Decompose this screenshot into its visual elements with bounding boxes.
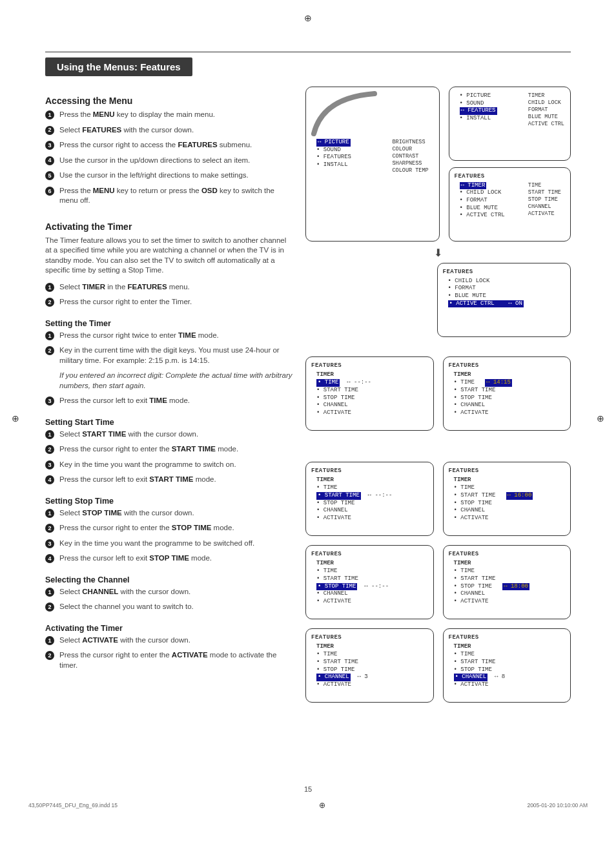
step-number-badge: 2 [45, 524, 54, 533]
step-number-badge: 5 [45, 171, 54, 180]
step-item: 1Select START TIME with the cursor down. [45, 429, 294, 440]
heading-activating-timer-2: Activating the Timer [45, 624, 294, 633]
screen-title: FEATURES [455, 173, 566, 181]
step-item: 3Key in the time you want the programme … [45, 539, 294, 549]
step-number-badge: 3 [45, 460, 54, 469]
page-number: 15 [304, 785, 312, 793]
step-item: 4Press the cursor left to exit START TIM… [45, 475, 294, 485]
step-number-badge: 1 [45, 636, 54, 645]
step-number-badge: 4 [45, 156, 54, 165]
step-item: 1Select TIMER in the FEATURES menu. [45, 282, 294, 293]
step-number-badge: 1 [45, 430, 54, 439]
step-item: 4Press the cursor left to exit STOP TIME… [45, 553, 294, 564]
steps-activating-2: 1Select ACTIVATE with the cursor down.2P… [45, 635, 294, 671]
screen-stop-time-value: FEATURESTIMERTIMESTART TIME• STOP TIME ↔… [443, 545, 571, 619]
screen-channel-8: FEATURESTIMERTIMESTART TIMESTOP TIME• CH… [443, 628, 571, 703]
step-item: 1Press the MENU key to display the main … [45, 110, 294, 120]
section-title-bar: Using the Menus: Features [45, 57, 192, 76]
step-number-badge: 2 [45, 651, 54, 660]
screen-time-input-blank: FEATURESTIMER• TIME ↔ --:--START TIMESTO… [305, 356, 434, 431]
intro-activating-timer: The Timer feature allows you to set the … [45, 236, 294, 276]
step-number-badge: 3 [45, 397, 54, 406]
header-rule [45, 52, 571, 52]
step-item: 3Key in the time you want the programme … [45, 460, 294, 470]
heading-activating-timer: Activating the Timer [45, 221, 294, 232]
step-item: 4Use the cursor in the up/down direction… [45, 156, 294, 166]
step-item: 2Select the channel you want to switch t… [45, 602, 294, 612]
step-item: 2Press the cursor right to enter the ACT… [45, 650, 294, 670]
down-arrow-icon: ⬇ [305, 247, 571, 259]
step-number-badge: 2 [45, 126, 54, 135]
heading-selecting-channel: Selecting the Channel [45, 575, 294, 584]
screen-features-top: PICTURESOUND↔ FEATURESINSTALLTIMERCHILD … [449, 87, 571, 161]
steps-setting-timer: 1Press the cursor right twice to enter T… [45, 331, 294, 406]
step-item: 2Select FEATURES with the cursor down. [45, 125, 294, 136]
step-number-badge: 6 [45, 187, 54, 196]
step-number-badge: 2 [45, 346, 54, 355]
screen-start-time-blank: FEATURESTIMERTIME• START TIME ↔ --:--STO… [305, 462, 434, 536]
curve-arrow-icon [310, 91, 381, 136]
footer-filename: 43,50PP7445_DFU_Eng_69.indd 15 [28, 802, 118, 809]
step-item: 2Press the cursor right to enter the Tim… [45, 297, 294, 307]
step-item: 2Key in the current time with the digit … [45, 345, 294, 366]
step-number-badge: 3 [45, 141, 54, 150]
screens-column: ↔ PICTURESOUNDFEATURESINSTALLBRIGHTNESSC… [305, 87, 571, 712]
step-item: 3Press the cursor right to access the FE… [45, 140, 294, 150]
screen-features-submenu: FEATURES ↔ TIMERCHILD LOCKFORMATBLUE MUT… [449, 167, 571, 242]
steps-selecting-channel: 1Select CHANNEL with the cursor down.2Se… [45, 587, 294, 612]
print-mark-icon: ⊕ [319, 801, 325, 810]
step-number-badge: 3 [45, 539, 54, 548]
step-number-badge: 2 [45, 603, 54, 612]
step-note: If you entered an incorrect digit: Compl… [45, 371, 294, 391]
heading-setting-start: Setting Start Time [45, 418, 294, 427]
step-number-badge: 1 [45, 331, 54, 340]
step-item: 1Select CHANNEL with the cursor down. [45, 587, 294, 597]
step-item: 2Press the cursor right to enter the STA… [45, 444, 294, 455]
steps-activating-intro: 1Select TIMER in the FEATURES menu.2Pres… [45, 282, 294, 307]
step-number-badge: 2 [45, 298, 54, 307]
footer-timestamp: 2005-01-20 10:10:00 AM [527, 802, 588, 809]
heading-setting-timer: Setting the Timer [45, 319, 294, 328]
page-footer: 43,50PP7445_DFU_Eng_69.indd 15 ⊕ 2005-01… [28, 801, 588, 810]
step-item: 1Select STOP TIME with the cursor down. [45, 508, 294, 519]
screen-stop-time-blank: FEATURESTIMERTIMESTART TIME• STOP TIME ↔… [305, 545, 434, 619]
screen-main-menu: ↔ PICTURESOUNDFEATURESINSTALLBRIGHTNESSC… [305, 87, 440, 242]
text-column: Accessing the Menu 1Press the MENU key t… [45, 87, 294, 712]
screen-start-time-value: FEATURESTIMERTIME• START TIME ↔ 16:00STO… [443, 462, 571, 536]
heading-setting-stop: Setting Stop Time [45, 497, 294, 506]
step-number-badge: 1 [45, 283, 54, 292]
steps-accessing: 1Press the MENU key to display the main … [45, 110, 294, 206]
step-item: 1Select ACTIVATE with the cursor down. [45, 635, 294, 646]
steps-setting-stop: 1Select STOP TIME with the cursor down.2… [45, 508, 294, 564]
step-item: 5Use the cursor in the left/right direct… [45, 170, 294, 181]
screen-time-input-value: FEATURESTIMER• TIME ↔ 14:15START TIMESTO… [443, 356, 571, 431]
step-item: 1Press the cursor right twice to enter T… [45, 331, 294, 341]
step-number-badge: 2 [45, 445, 54, 454]
step-number-badge: 1 [45, 509, 54, 518]
steps-setting-start: 1Select START TIME with the cursor down.… [45, 429, 294, 485]
step-number-badge: 4 [45, 554, 54, 563]
screen-channel-3: FEATURESTIMERTIMESTART TIMESTOP TIME• CH… [305, 628, 434, 703]
step-item: 3Press the cursor left to exit TIME mode… [45, 396, 294, 406]
step-item: 2Press the cursor right to enter the STO… [45, 523, 294, 533]
step-number-badge: 1 [45, 588, 54, 597]
step-item: 6Press the MENU key to return or press t… [45, 186, 294, 206]
screen-active-ctrl: FEATURESCHILD LOCKFORMATBLUE MUTE• ACTIV… [437, 263, 571, 337]
heading-accessing-menu: Accessing the Menu [45, 96, 294, 106]
step-number-badge: 4 [45, 475, 54, 484]
step-number-badge: 1 [45, 110, 54, 119]
manual-page: Using the Menus: Features Accessing the … [0, 0, 616, 827]
